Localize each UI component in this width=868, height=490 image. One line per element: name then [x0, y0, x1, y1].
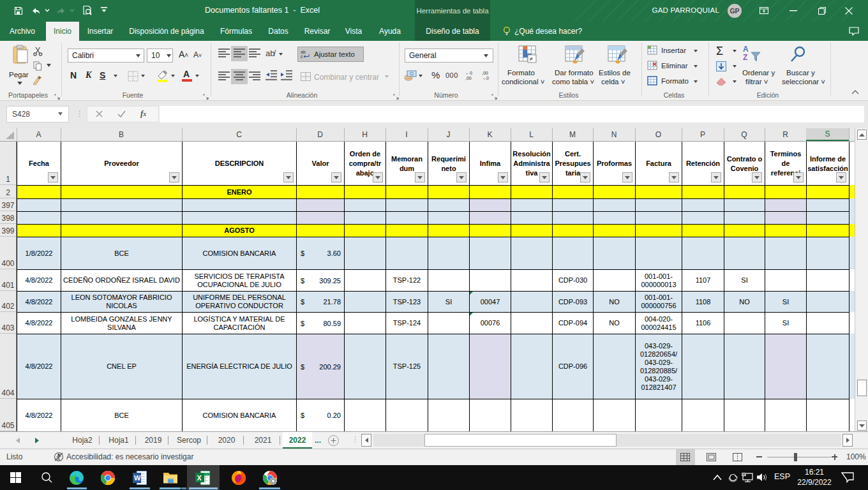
- svg-text:ab: ab: [301, 50, 306, 54]
- svg-text:c: c: [301, 54, 303, 59]
- svg-text:≠: ≠: [530, 56, 534, 63]
- svg-text:Z: Z: [743, 53, 747, 62]
- svg-text:A: A: [743, 45, 749, 54]
- svg-text:,00: ,00: [465, 76, 472, 80]
- svg-text:→0: →0: [482, 76, 489, 80]
- svg-text:←0: ←0: [465, 71, 472, 75]
- svg-text:,00: ,00: [482, 71, 488, 75]
- svg-text:W: W: [134, 474, 141, 482]
- svg-text:X: X: [197, 474, 202, 482]
